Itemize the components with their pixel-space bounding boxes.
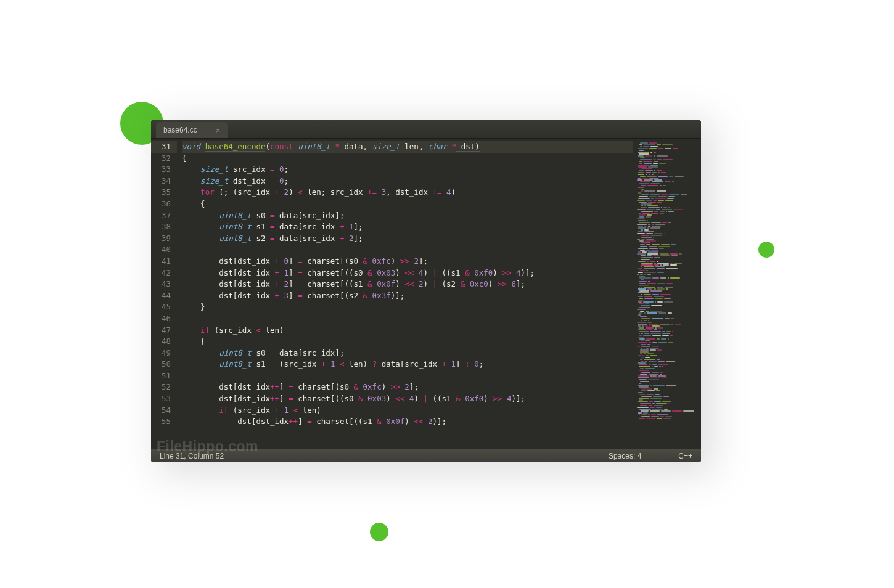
line-number: 51: [151, 370, 171, 382]
editor-body: 3132333435363738394041424344454647484950…: [151, 139, 701, 449]
code-line: uint8_t s1 = (src_idx + 1 < len) ? data[…: [182, 359, 633, 370]
status-position[interactable]: Line 31, Column 52: [160, 452, 224, 460]
code-line: dst[dst_idx++] = charset[((s0 & 0x03) <<…: [182, 393, 633, 405]
line-number: 55: [151, 416, 171, 428]
line-number: 44: [151, 290, 171, 302]
code-line: dst[dst_idx + 1] = charset[((s0 & 0x03) …: [182, 267, 633, 279]
line-number: 35: [151, 187, 171, 198]
code-line: {: [182, 336, 633, 348]
status-language[interactable]: C++: [678, 452, 692, 460]
code-line: [182, 370, 633, 382]
code-line: [182, 313, 633, 325]
code-line: if (src_idx < len): [182, 325, 633, 337]
line-number: 50: [151, 359, 171, 370]
code-line: uint8_t s0 = data[src_idx];: [182, 348, 633, 359]
line-number: 34: [151, 176, 171, 187]
code-line: uint8_t s2 = data[src_idx + 2];: [182, 233, 633, 245]
code-line: {: [182, 198, 633, 210]
code-line: for (; (src_idx + 2) < len; src_idx += 3…: [182, 187, 633, 198]
line-number: 52: [151, 382, 171, 393]
code-area[interactable]: void base64_encode(const uint8_t * data,…: [177, 139, 633, 449]
tab-filename: base64.cc: [163, 126, 197, 134]
code-line: void base64_encode(const uint8_t * data,…: [182, 141, 633, 153]
code-line: dst[dst_idx + 2] = charset[((s1 & 0x0f) …: [182, 279, 633, 290]
code-line: size_t dst_idx = 0;: [182, 176, 633, 187]
code-line: }: [182, 301, 633, 313]
code-line: uint8_t s1 = data[src_idx + 1];: [182, 221, 633, 233]
line-number: 40: [151, 244, 171, 256]
line-number: 47: [151, 325, 171, 337]
line-number: 37: [151, 210, 171, 222]
status-spaces[interactable]: Spaces: 4: [609, 452, 641, 460]
status-bar: Line 31, Column 52 Spaces: 4 C++: [151, 449, 701, 462]
line-number: 36: [151, 198, 171, 210]
line-number: 38: [151, 221, 171, 233]
code-line: size_t src_idx = 0;: [182, 164, 633, 176]
line-number: 49: [151, 348, 171, 359]
line-number: 46: [151, 313, 171, 325]
decoration-circle: [370, 523, 388, 541]
minimap[interactable]: [633, 139, 701, 449]
code-line: if (src_idx + 1 < len): [182, 405, 633, 417]
line-number: 53: [151, 393, 171, 405]
line-number-gutter: 3132333435363738394041424344454647484950…: [151, 139, 177, 449]
line-number: 33: [151, 164, 171, 176]
close-icon[interactable]: ×: [216, 126, 221, 135]
tab-bar: base64.cc ×: [151, 120, 701, 139]
line-number: 31: [151, 141, 177, 153]
line-number: 39: [151, 233, 171, 245]
line-number: 54: [151, 405, 171, 417]
line-number: 48: [151, 336, 171, 348]
code-line: dst[dst_idx++] = charset[((s1 & 0x0f) <<…: [182, 416, 633, 428]
code-line: [182, 244, 633, 256]
line-number: 32: [151, 153, 171, 165]
file-tab[interactable]: base64.cc ×: [156, 122, 228, 138]
line-number: 41: [151, 256, 171, 267]
line-number: 43: [151, 279, 171, 290]
code-line: uint8_t s0 = data[src_idx];: [182, 210, 633, 222]
line-number: 45: [151, 301, 171, 313]
code-line: dst[dst_idx + 3] = charset[(s2 & 0x3f)];: [182, 290, 633, 302]
code-line: dst[dst_idx + 0] = charset[(s0 & 0xfc) >…: [182, 256, 633, 267]
decoration-circle: [758, 242, 774, 258]
code-line: {: [182, 153, 633, 165]
editor-window: base64.cc × 3132333435363738394041424344…: [151, 120, 701, 462]
code-line: dst[dst_idx++] = charset[(s0 & 0xfc) >> …: [182, 382, 633, 393]
line-number: 42: [151, 267, 171, 279]
